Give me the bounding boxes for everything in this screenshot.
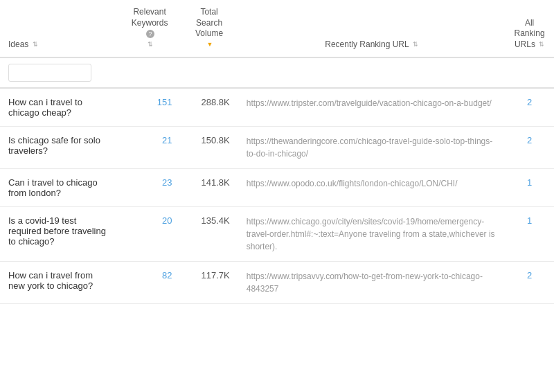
url-cell: https://www.opodo.co.uk/flights/london-c… bbox=[238, 169, 505, 207]
keywords-sort-icon[interactable]: ⇅ bbox=[148, 41, 153, 49]
keywords-info-icon[interactable]: ? bbox=[146, 30, 154, 38]
keywords-value: 23 bbox=[162, 177, 172, 188]
table-row: How can i travel from new york to chicag… bbox=[0, 262, 554, 304]
col-header-url[interactable]: Recently Ranking URL ⇅ bbox=[238, 0, 505, 57]
keywords-cell: 20 bbox=[119, 207, 181, 262]
ranking-cell: 2 bbox=[505, 88, 554, 127]
col-header-keywords[interactable]: Relevant Keywords ? ⇅ bbox=[119, 0, 181, 57]
keywords-value: 20 bbox=[162, 215, 172, 226]
volume-value: 150.8K bbox=[202, 135, 230, 145]
keywords-cell: 151 bbox=[119, 88, 181, 127]
url-cell: https://thewanderingcore.com/chicago-tra… bbox=[238, 127, 505, 169]
volume-cell: 117.7K bbox=[180, 262, 238, 304]
volume-cell: 135.4K bbox=[180, 207, 238, 262]
table-row: Can i travel to chicago from london? 23 … bbox=[0, 169, 554, 207]
ranking-value: 1 bbox=[527, 177, 532, 188]
ideas-sort-icon[interactable]: ⇅ bbox=[33, 41, 38, 49]
filter-row bbox=[0, 57, 554, 88]
url-value: https://www.tripster.com/travelguide/vac… bbox=[247, 98, 492, 108]
volume-value: 141.8K bbox=[202, 177, 230, 188]
url-value: https://www.tripsavvy.com/how-to-get-fro… bbox=[247, 271, 483, 294]
keywords-value: 151 bbox=[157, 97, 172, 107]
idea-text: Is a covid-19 test required before trave… bbox=[8, 215, 106, 247]
idea-text: Can i travel to chicago from london? bbox=[8, 177, 98, 198]
idea-cell: Is a covid-19 test required before trave… bbox=[0, 207, 119, 262]
volume-value: 117.7K bbox=[202, 270, 230, 280]
keywords-value: 82 bbox=[162, 270, 172, 280]
url-value: https://www.chicago.gov/city/en/sites/co… bbox=[247, 217, 495, 251]
keywords-label: Relevant Keywords bbox=[132, 7, 168, 28]
ranking-value: 2 bbox=[527, 97, 532, 107]
url-cell: https://www.tripsavvy.com/how-to-get-fro… bbox=[238, 262, 505, 304]
url-value: https://www.opodo.co.uk/flights/london-c… bbox=[247, 179, 458, 188]
ranking-value: 2 bbox=[527, 135, 532, 145]
idea-cell: Can i travel to chicago from london? bbox=[0, 169, 119, 207]
url-value: https://thewanderingcore.com/chicago-tra… bbox=[247, 136, 493, 159]
ranking-sort-icon[interactable]: ⇅ bbox=[539, 41, 544, 49]
col-header-ranking[interactable]: All Ranking URLs ⇅ bbox=[505, 0, 554, 57]
idea-cell: How can i travel to chicago cheap? bbox=[0, 88, 119, 127]
volume-cell: 288.8K bbox=[180, 88, 238, 127]
volume-sort-icon[interactable]: ▼ bbox=[207, 41, 213, 49]
ideas-filter-input[interactable] bbox=[8, 64, 91, 82]
table-row: Is a covid-19 test required before trave… bbox=[0, 207, 554, 262]
volume-cell: 141.8K bbox=[180, 169, 238, 207]
url-cell: https://www.chicago.gov/city/en/sites/co… bbox=[238, 207, 505, 262]
table-row: Is chicago safe for solo travelers? 21 1… bbox=[0, 127, 554, 169]
url-label: Recently Ranking URL bbox=[325, 39, 409, 49]
keywords-cell: 82 bbox=[119, 262, 181, 304]
col-header-ideas[interactable]: Ideas ⇅ bbox=[0, 0, 119, 57]
ranking-cell: 2 bbox=[505, 262, 554, 304]
ranking-value: 1 bbox=[527, 215, 532, 226]
ranking-cell: 1 bbox=[505, 207, 554, 262]
ranking-cell: 1 bbox=[505, 169, 554, 207]
header-row: Ideas ⇅ Relevant Keywords ? ⇅ Total Sear… bbox=[0, 0, 554, 57]
volume-cell: 150.8K bbox=[180, 127, 238, 169]
volume-value: 135.4K bbox=[202, 215, 230, 226]
idea-text: Is chicago safe for solo travelers? bbox=[8, 135, 100, 156]
ranking-value: 2 bbox=[527, 270, 532, 280]
ideas-table: Ideas ⇅ Relevant Keywords ? ⇅ Total Sear… bbox=[0, 0, 554, 304]
idea-text: How can i travel from new york to chicag… bbox=[8, 270, 93, 291]
filter-cell bbox=[0, 57, 554, 88]
idea-cell: How can i travel from new york to chicag… bbox=[0, 262, 119, 304]
keywords-value: 21 bbox=[162, 135, 172, 145]
url-sort-icon[interactable]: ⇅ bbox=[413, 41, 418, 49]
idea-cell: Is chicago safe for solo travelers? bbox=[0, 127, 119, 169]
volume-value: 288.8K bbox=[202, 97, 230, 107]
url-cell: https://www.tripster.com/travelguide/vac… bbox=[238, 88, 505, 127]
keywords-cell: 21 bbox=[119, 127, 181, 169]
ranking-cell: 2 bbox=[505, 127, 554, 169]
ideas-label: Ideas bbox=[8, 39, 28, 49]
volume-label: Total Search Volume bbox=[195, 7, 223, 38]
col-header-volume[interactable]: Total Search Volume ▼ bbox=[180, 0, 238, 57]
main-table-container: Ideas ⇅ Relevant Keywords ? ⇅ Total Sear… bbox=[0, 0, 554, 304]
table-row: How can i travel to chicago cheap? 151 2… bbox=[0, 88, 554, 127]
idea-text: How can i travel to chicago cheap? bbox=[8, 97, 82, 118]
table-body: How can i travel to chicago cheap? 151 2… bbox=[0, 88, 554, 304]
keywords-cell: 23 bbox=[119, 169, 181, 207]
